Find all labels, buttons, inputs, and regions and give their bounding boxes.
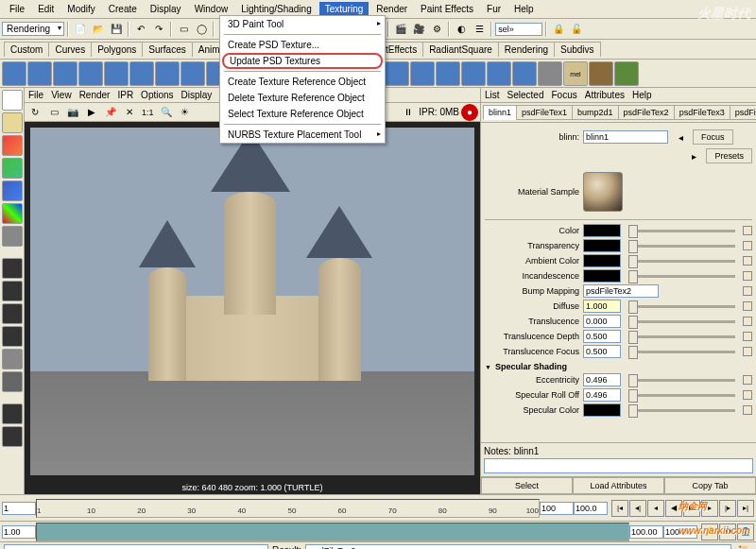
shelf-cube-icon[interactable] (27, 61, 52, 86)
shelf-tab-rendering[interactable]: Rendering (498, 42, 555, 57)
render-icon[interactable]: 🎬 (392, 21, 409, 38)
menu-selectref[interactable]: Select Texture Reference Object (220, 106, 385, 122)
layout-four-icon[interactable] (2, 281, 23, 301)
lasso-icon[interactable]: ◯ (193, 21, 210, 38)
zoom-icon[interactable]: 🔍 (158, 104, 175, 121)
ecc-slider[interactable] (628, 379, 735, 382)
autokey-icon[interactable]: 🔑 (701, 523, 718, 540)
fast-fwd-icon[interactable]: ▸| (737, 500, 754, 517)
redo-render-icon[interactable]: ↻ (26, 104, 43, 121)
next-key-icon[interactable]: ▸ (701, 500, 718, 517)
shelf-tab-polygons[interactable]: Polygons (91, 42, 143, 57)
scale-tool-icon[interactable] (2, 180, 23, 201)
node-name-input[interactable] (583, 130, 668, 144)
spec-color-swatch[interactable] (583, 403, 621, 417)
transluc-d-slider[interactable] (628, 335, 735, 338)
rolloff-input[interactable] (583, 388, 621, 402)
incand-swatch[interactable] (583, 269, 621, 283)
menu-render[interactable]: Render (370, 2, 413, 16)
ambient-swatch[interactable] (583, 254, 621, 267)
copy-tab-button[interactable]: Copy Tab (664, 477, 756, 494)
shelf-tab-curves[interactable]: Curves (48, 42, 92, 57)
play-back-icon[interactable]: ◀ (665, 500, 682, 517)
select-button[interactable]: Select (481, 477, 573, 494)
menu-createref[interactable]: Create Texture Reference Object (220, 74, 385, 90)
range-end-input[interactable] (629, 525, 663, 539)
transluc-f-map-icon[interactable] (743, 347, 752, 356)
attr-menu-list[interactable]: List (485, 90, 500, 100)
incand-map-icon[interactable] (743, 271, 752, 281)
ecc-map-icon[interactable] (743, 375, 752, 385)
undo-icon[interactable]: ↶ (132, 21, 149, 38)
menu-lighting[interactable]: Lighting/Shading (235, 2, 318, 16)
nav-fwd-icon[interactable]: ▸ (685, 147, 702, 164)
layout-outliner-icon[interactable] (2, 326, 23, 347)
load-attributes-button[interactable]: Load Attributes (573, 477, 664, 494)
frame-end-input[interactable] (540, 502, 574, 515)
range-track[interactable] (36, 523, 629, 541)
attr-menu-focus[interactable]: Focus (551, 90, 576, 100)
layout-persp-icon[interactable] (2, 303, 23, 324)
diffuse-input[interactable] (583, 300, 621, 313)
menu-modify[interactable]: Modify (61, 2, 100, 16)
menu-fur[interactable]: Fur (481, 2, 507, 16)
vp-menu-file[interactable]: File (28, 90, 43, 100)
timeline-track[interactable]: 1 10 20 30 40 50 60 70 80 90 100 (36, 499, 540, 518)
shelf-misc6-icon[interactable] (436, 61, 460, 86)
color-map-icon[interactable] (743, 226, 752, 235)
file-save-icon[interactable]: 💾 (108, 21, 125, 38)
attr-tab-blinn1[interactable]: blinn1 (483, 105, 517, 120)
file-new-icon[interactable]: 📄 (72, 21, 89, 38)
diffuse-map-icon[interactable] (743, 301, 752, 311)
char-icon[interactable]: 👤 (737, 523, 754, 540)
remove-image-icon[interactable]: ✕ (121, 104, 138, 121)
attr-menu-help[interactable]: Help (632, 90, 652, 100)
transluc-f-slider[interactable] (628, 351, 735, 353)
spec-color-map-icon[interactable] (743, 405, 752, 415)
rolloff-slider[interactable] (628, 394, 735, 397)
vp-menu-render[interactable]: Render (79, 90, 111, 100)
transluc-input[interactable] (583, 315, 621, 328)
rewind-icon[interactable]: |◂ (611, 500, 628, 517)
transluc-d-input[interactable] (583, 330, 621, 343)
pause-icon[interactable]: ⏸ (400, 104, 417, 121)
rolloff-map-icon[interactable] (743, 390, 752, 400)
layout-single-icon[interactable] (2, 258, 23, 279)
menu-window[interactable]: Window (189, 2, 234, 16)
shelf-torus-icon[interactable] (129, 61, 154, 86)
rendersettings-icon[interactable]: ⚙ (428, 21, 445, 38)
render-view-icon[interactable] (2, 426, 23, 447)
shelf-mel-icon[interactable]: mel (563, 61, 588, 86)
attr-tab-psd4[interactable]: psdFileTex4 (730, 105, 756, 120)
current-frame-input[interactable] (574, 502, 608, 515)
range-end2-input[interactable] (663, 525, 697, 539)
bump-map-icon[interactable] (743, 286, 752, 296)
incand-slider[interactable] (628, 275, 735, 278)
ambient-slider[interactable] (628, 260, 735, 263)
shelf-misc7-icon[interactable] (461, 61, 486, 86)
menu-file[interactable]: File (4, 2, 30, 16)
material-sample-swatch[interactable] (583, 172, 623, 212)
attr-menu-attributes[interactable]: Attributes (585, 90, 625, 100)
attr-tab-psd2[interactable]: psdFileTex2 (618, 105, 675, 120)
focus-button[interactable]: Focus (693, 129, 733, 145)
menu-deleteref[interactable]: Delete Texture Reference Object (220, 90, 385, 106)
move-tool-icon[interactable] (2, 135, 23, 156)
attr-menu-selected[interactable]: Selected (507, 90, 544, 100)
shelf-cylinder-icon[interactable] (53, 61, 77, 86)
lasso-tool-icon[interactable] (2, 112, 23, 133)
transluc-d-map-icon[interactable] (743, 332, 752, 341)
step-fwd-icon[interactable]: |▸ (719, 500, 736, 517)
render-canvas[interactable] (25, 122, 480, 481)
teapot-icon[interactable] (2, 349, 23, 369)
transluc-slider[interactable] (628, 320, 735, 323)
shelf-tab-custom[interactable]: Custom (4, 42, 49, 57)
lock-icon[interactable]: 🔒 (550, 21, 567, 38)
ipr-icon[interactable]: 🎥 (410, 21, 427, 38)
shelf-script-icon[interactable] (538, 61, 562, 86)
shelf-turtle-icon[interactable] (589, 61, 613, 86)
shelf-cone-icon[interactable] (78, 61, 103, 86)
nav-back-icon[interactable]: ◂ (672, 129, 689, 146)
prev-key-icon[interactable]: ◂ (647, 500, 664, 517)
manip-tool-icon[interactable] (2, 203, 23, 224)
